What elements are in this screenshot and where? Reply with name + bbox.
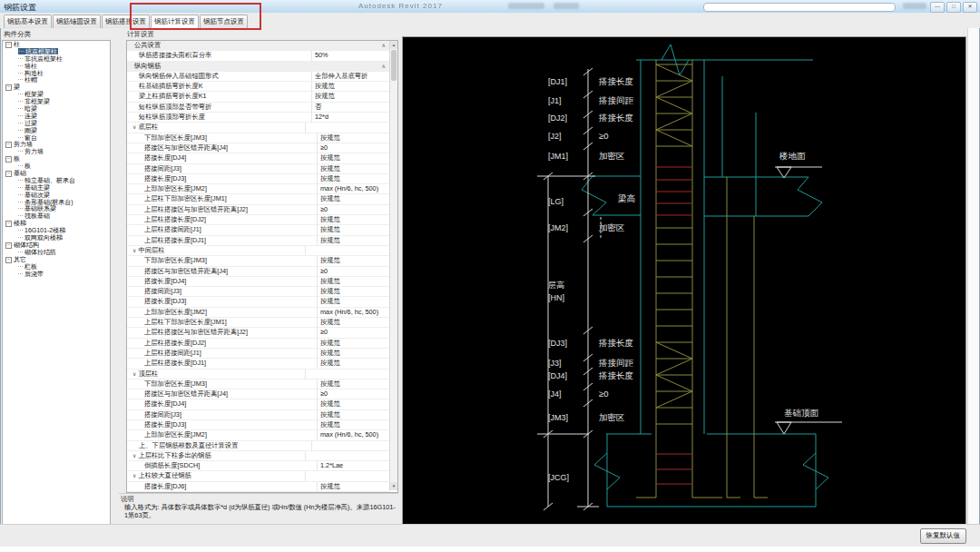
setting-value[interactable]: 按规范 [317,349,390,358]
tree-item[interactable]: 栏板 [3,263,110,271]
setting-value[interactable]: ≥0 [317,328,390,337]
tree-item[interactable]: 双网双向楼梯 [3,234,110,242]
setting-value[interactable]: ≥0 [317,267,390,276]
table-row[interactable]: 上层柱搭接长度[DJ1]按规范 [127,359,390,369]
setting-value[interactable]: ≥0 [317,389,390,399]
tree-item[interactable]: 16G101-2楼梯 [3,227,110,234]
expand-arrow-icon[interactable]: ∨ [132,124,136,130]
expand-arrow-icon[interactable]: ∨ [132,453,136,458]
tree-item[interactable]: 构造柱 [3,70,110,77]
scrollbar-thumb[interactable] [391,50,397,81]
table-row[interactable]: ∨顶层柱 [127,370,390,380]
tree-collapse-icon[interactable]: – [5,242,12,249]
table-row[interactable]: 搭接长度[DJ4]按规范 [127,277,390,287]
table-row[interactable]: 搭接长度[DJ3]按规范 [127,297,390,307]
setting-value[interactable]: max (Hn/6, hc, 500) [317,308,390,317]
close-icon[interactable]: ✕ [963,2,977,13]
setting-value[interactable] [305,370,390,379]
table-row[interactable]: 搭接长度[DJ4]按规范 [127,153,390,163]
tree-item[interactable]: 框架梁 [3,91,110,98]
table-row[interactable]: 纵向钢筋∧ [127,62,390,72]
setting-value[interactable]: 按规范 [317,399,390,409]
setting-value[interactable]: 按规范 [317,174,390,183]
table-row[interactable]: ∨上柱较大直径钢筋 [127,471,390,481]
setting-value[interactable]: 按规范 [317,318,390,327]
tree-item[interactable]: –其它 [3,256,110,263]
tree-item[interactable]: 剪力墙 [3,148,110,155]
table-row[interactable]: 搭接区与加密区错开距离[J4]≥0 [127,267,390,277]
tree-item[interactable]: 连梁 [3,113,110,120]
tree-collapse-icon[interactable]: – [5,142,12,148]
expand-arrow-icon[interactable]: ∨ [132,371,136,377]
table-row[interactable]: 上层柱下部加密区长度[JM1]按规范 [127,318,390,328]
setting-value[interactable]: 按规范 [317,380,390,389]
tab-3[interactable]: 钢筋搭接设置 [102,15,150,28]
tree-collapse-icon[interactable]: – [5,156,12,163]
minimize-icon[interactable]: — [930,2,945,13]
tree-item[interactable]: 独立基础、桩承台 [3,177,110,184]
setting-value[interactable] [305,451,390,460]
tab-5[interactable]: 钢筋节点设置 [200,15,248,28]
tree-item[interactable]: –板 [3,155,110,163]
table-row[interactable]: 上部加密区长度[JM2]max (Hn/6, hc, 500) [127,308,390,318]
setting-value[interactable]: 按规范 [317,297,390,306]
setting-value[interactable]: 全部伸入基底弯折 [311,72,390,81]
setting-value[interactable]: 按规范 [317,482,390,491]
setting-value[interactable] [305,123,390,132]
expand-arrow-icon[interactable]: ∨ [132,248,136,253]
table-row[interactable]: 搭接区与加密区错开距离[J4]≥0 [127,143,390,153]
table-row[interactable]: 梁上柱插筋弯折长度K1按规范 [127,92,390,102]
tree-item[interactable]: –柱 [3,41,110,48]
table-row[interactable]: 上层柱搭接长度[DJ1]按规范 [127,236,390,246]
tree-item[interactable]: –剪力墙 [3,141,110,148]
table-row[interactable]: 纵向钢筋伸入基础锚固形式全部伸入基底弯折 [127,72,390,82]
tree-collapse-icon[interactable]: – [5,84,12,91]
table-row[interactable]: 搭接长度[DJ6]按规范 [127,482,390,492]
tree-item[interactable]: 后浇带 [3,271,110,278]
table-row[interactable]: 上部加密区长度[JM2]max (Hn/6, hc, 500) [127,184,390,194]
setting-value[interactable]: 按规范 [317,339,390,348]
tree-item[interactable]: 圈梁 [3,127,110,134]
setting-value[interactable]: 按规范 [317,256,390,265]
table-row[interactable]: 搭接长度[DJ4]按规范 [127,399,390,409]
collapse-chevron-icon[interactable]: ∧ [382,62,386,71]
setting-value[interactable]: 按规范 [317,164,390,173]
table-row[interactable]: 上层柱搭接间距[J1]按规范 [127,349,390,359]
scroll-up-icon[interactable]: ▲ [390,41,397,49]
setting-value[interactable]: 按规范 [317,194,390,203]
table-row[interactable]: 上层柱搭接长度[DJ2]按规范 [127,339,390,349]
table-row[interactable]: 下部加密区长度[JM3]按规范 [127,380,390,389]
table-row[interactable]: 下部加密区长度[JM3]按规范 [127,256,390,266]
tree-item[interactable]: 窗台 [3,134,110,142]
setting-value[interactable]: 1.2*Lae [317,461,390,470]
setting-value[interactable]: 否 [311,103,390,112]
table-row[interactable]: 搭接间距[J3]按规范 [127,164,390,174]
table-row[interactable]: 上、下层钢筋根数及直径计算设置 [127,441,390,451]
tab-4[interactable]: 钢筋计算设置 [151,15,199,29]
table-row[interactable]: 搭接区与加密区错开距离[J4]≥0 [127,389,390,399]
tree-collapse-icon[interactable]: – [5,171,12,177]
table-row[interactable]: 柱基础插筋弯折长度K按规范 [127,82,390,92]
tree-item[interactable]: 非抗震框架柱 [3,55,110,63]
table-row[interactable]: 下部加密区长度[JM3]按规范 [127,133,390,143]
tree-item[interactable]: 板 [3,163,110,170]
tab-1[interactable]: 钢筋基本设置 [4,15,52,28]
setting-value[interactable]: max (Hn/6, hc, 500) [317,430,390,439]
maximize-icon[interactable]: □ [946,2,961,13]
tree-item[interactable]: 基础联系梁 [3,205,110,212]
table-row[interactable]: 上层柱搭接长度[DJ2]按规范 [127,215,390,225]
restore-defaults-button[interactable]: 恢复默认值 [920,528,967,544]
tree-collapse-icon[interactable]: – [5,257,12,263]
table-row[interactable]: 搭接间距[J3]按规范 [127,410,390,420]
table-row[interactable]: 搭接长度[DJ3]按规范 [127,420,390,430]
table-row[interactable]: 上层柱搭接区与加密区错开距离[J2]≥0 [127,205,390,215]
expand-arrow-icon[interactable]: ∨ [132,473,136,478]
table-row[interactable]: ∨中间层柱 [127,246,390,256]
tree-item[interactable]: 墙柱 [3,63,110,70]
tree-item[interactable]: 过梁 [3,120,110,127]
setting-value[interactable]: ≥0 [317,143,390,153]
tree-item[interactable]: –楼梯 [3,220,110,227]
setting-value[interactable]: 按规范 [317,236,390,245]
table-row[interactable]: 上部加密区长度[JM2]max (Hn/6, hc, 500) [127,430,390,440]
setting-value[interactable]: 按规范 [311,92,390,101]
